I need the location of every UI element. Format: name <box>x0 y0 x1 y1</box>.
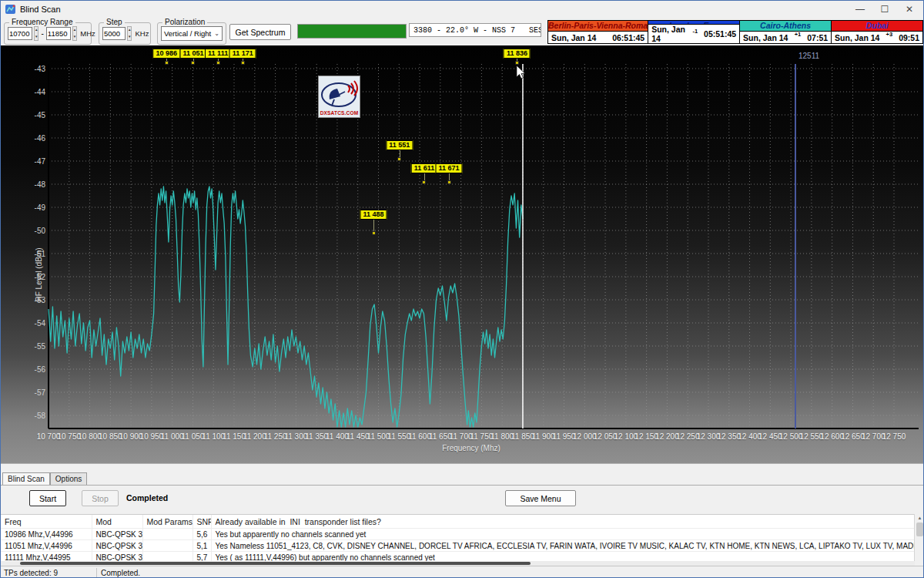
cell-snr: 5,7 <box>192 552 211 563</box>
tp-flag-11611: 11 611 <box>411 163 438 173</box>
cell-mod-params <box>142 540 192 552</box>
y-tick-label: -47 <box>22 157 45 166</box>
clock-utc-offset: +3 <box>886 31 893 38</box>
frequency-to-input[interactable] <box>46 27 71 40</box>
x-tick-label: 12 750 <box>882 432 906 441</box>
get-spectrum-button[interactable]: Get Spectrum <box>229 24 291 40</box>
bottom-panel: Blind Scan Options Start Stop Completed … <box>1 463 924 566</box>
clock-time: 05:51:45 <box>704 29 736 39</box>
y-tick-label: -43 <box>22 65 45 73</box>
step-stepper[interactable]: ▲▼ <box>127 26 132 41</box>
y-tick-label: -58 <box>22 412 45 420</box>
app-icon <box>5 4 16 15</box>
stop-button[interactable]: Stop <box>82 490 119 506</box>
col-available: Already available in INI transponder lis… <box>211 515 915 529</box>
spectrum-chart[interactable]: RF Level (dBm) Frequency (Mhz) 12511 DXS… <box>1 45 924 463</box>
x-tick-label: 11 350 <box>305 432 328 441</box>
col-snr: SNR <box>192 515 211 529</box>
cell-mod-params <box>142 529 192 540</box>
clock-utc-offset: -1 <box>692 28 698 35</box>
x-tick-label: 11 800 <box>490 432 514 441</box>
tp-flag-marker <box>422 180 426 184</box>
frequency-range-label: Frequency Range <box>9 18 75 26</box>
x-axis-label: Frequency (Mhz) <box>442 444 500 452</box>
y-tick-label: -45 <box>22 111 45 119</box>
clock-time: 09:51 <box>899 33 919 42</box>
tab-blind-scan[interactable]: Blind Scan <box>2 472 50 486</box>
table-row[interactable]: 11111 Mhz,V,44995 NBC-QPSK 3/4 5,7 Yes (… <box>1 552 915 563</box>
scan-status-label: Completed <box>126 493 168 502</box>
blind-scan-window: Blind Scan — ☐ ✕ Frequency Range ▲▼ - ▲▼… <box>0 0 924 578</box>
scroll-up-icon[interactable]: ▲ <box>915 514 924 522</box>
frequency-from-stepper[interactable]: ▲▼ <box>34 26 38 41</box>
progress-bar <box>297 24 407 39</box>
x-tick-label: 10 950 <box>140 432 164 441</box>
completed-status-label: Completed. <box>101 569 140 577</box>
save-menu-button[interactable]: Save Menu <box>505 490 576 506</box>
clock-header-berlin: Berlin-Paris-Vienna-Roma <box>548 21 648 31</box>
tp-flag-marker <box>191 61 195 65</box>
y-tick-label: -51 <box>22 250 45 258</box>
step-unit-label: KHz <box>135 29 149 38</box>
clock-cairo: Cairo-Athens Sun, Jan 14 +1 07:51 <box>740 21 831 43</box>
clock-body-dubai: Sun, Jan 14 +3 09:51 <box>832 31 922 43</box>
table-vertical-scrollbar[interactable]: ▲ <box>914 514 924 561</box>
x-tick-label: 11 050 <box>182 432 205 441</box>
x-tick-label: 11 550 <box>387 432 410 441</box>
satellite-info-field[interactable]: 3380 - 22.0° W - NSS 7 SES 4 <box>409 23 541 37</box>
tp-flag-marker <box>165 61 169 65</box>
table-row[interactable]: 11051 Mhz,V,44996 NBC-QPSK 3/4 5,1 Yes N… <box>1 540 915 552</box>
tab-options[interactable]: Options <box>50 472 87 485</box>
frequency-range-group: Frequency Range ▲▼ - ▲▼ MHz <box>4 22 92 45</box>
maximize-button[interactable]: ☐ <box>872 1 897 18</box>
polarization-select[interactable]: Vertical / Right ⌄ <box>161 26 223 41</box>
y-tick-label: -44 <box>22 88 45 96</box>
y-tick-label: -49 <box>22 203 45 212</box>
x-tick-label: 11 750 <box>470 432 493 441</box>
table-header-row: Freq Mod Mod Params SNR Already availabl… <box>1 515 915 529</box>
tp-flag-10986: 10 986 <box>152 49 180 59</box>
spectrum-plot[interactable] <box>1 45 924 463</box>
clock-body-london: Sun, Jan 14 -1 05:51:45 <box>648 24 739 43</box>
cell-mod-params <box>142 552 192 563</box>
col-freq: Freq <box>1 515 92 529</box>
frequency-to-stepper[interactable]: ▲▼ <box>72 26 77 41</box>
window-title: Blind Scan <box>20 5 61 14</box>
cell-snr: 5,1 <box>192 540 211 552</box>
start-button[interactable]: Start <box>29 490 66 506</box>
clock-london: London, Eng Sun, Jan 14 -1 05:51:45 <box>648 21 739 43</box>
tp-flag-stem <box>373 220 374 231</box>
clock-body-berlin: Sun, Jan 14 06:51:45 <box>548 31 648 43</box>
frequency-from-input[interactable] <box>8 27 32 40</box>
scrollbar-thumb[interactable] <box>20 562 531 565</box>
tp-flag-11836: 11 836 <box>504 49 531 59</box>
tps-detected-label: TPs detected: 9 <box>1 569 96 577</box>
scrollbar-thumb[interactable] <box>916 523 923 536</box>
y-tick-label: -56 <box>22 365 45 374</box>
x-tick-label: 11 150 <box>223 432 246 441</box>
x-tick-label: 11 300 <box>284 432 307 441</box>
cell-mod: NBC-QPSK 3/4 <box>92 529 142 540</box>
tab-strip: Blind Scan Options <box>2 472 87 485</box>
minimize-button[interactable]: — <box>848 1 872 18</box>
step-group: Step ▲▼ KHz <box>99 22 151 45</box>
tp-flag-11551: 11 551 <box>386 140 413 150</box>
table-row[interactable]: 10986 Mhz,V,44996 NBC-QPSK 3/4 5,6 Yes b… <box>1 529 915 540</box>
logo-text: DXSATCS.COM <box>320 110 359 116</box>
clock-dubai: Dubai Sun, Jan 14 +3 09:51 <box>832 21 922 43</box>
polarization-value: Vertical / Right <box>164 29 211 38</box>
clock-time: 07:51 <box>807 33 828 42</box>
step-input[interactable] <box>102 27 126 40</box>
satellite-dish-icon <box>319 79 360 110</box>
y-tick-label: -52 <box>22 273 45 281</box>
tp-flag-marker <box>447 180 451 184</box>
x-tick-label: 11 100 <box>202 432 225 441</box>
tp-flag-11671: 11 671 <box>436 163 463 173</box>
close-button[interactable]: ✕ <box>897 1 922 18</box>
statusbar-divider <box>96 568 97 577</box>
clock-date: Sun, Jan 14 <box>743 33 788 42</box>
clock-header-dubai: Dubai <box>832 21 922 31</box>
col-mod: Mod <box>92 515 142 529</box>
clock-date: Sun, Jan 14 <box>551 33 596 42</box>
cell-snr: 5,6 <box>192 529 211 540</box>
